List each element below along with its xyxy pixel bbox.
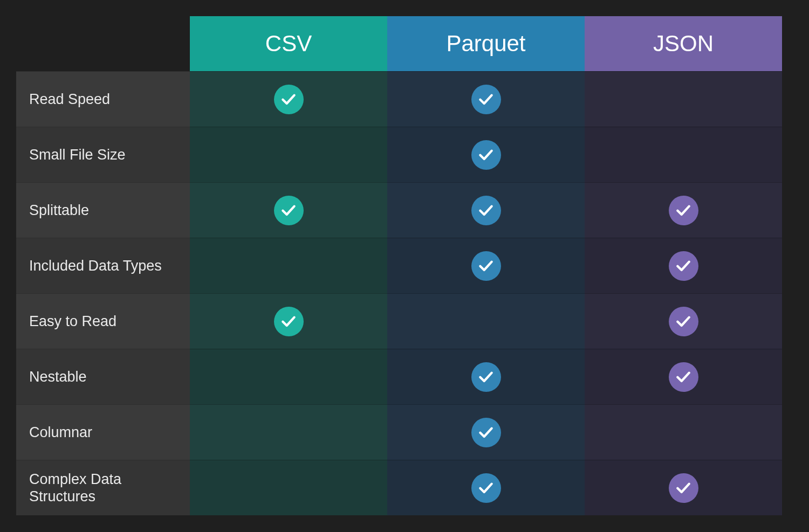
column-header-label: CSV xyxy=(265,31,312,57)
checkmark-icon xyxy=(274,196,304,225)
checkmark-icon xyxy=(471,473,501,503)
comparison-table: CSV Parquet JSON Read SpeedSmall File Si… xyxy=(16,16,782,515)
column-header-json: JSON xyxy=(585,16,782,71)
table-cell xyxy=(387,71,585,127)
checkmark-icon xyxy=(669,473,698,503)
checkmark-icon xyxy=(471,140,501,170)
table-cell xyxy=(387,349,585,404)
table-cell xyxy=(190,238,387,293)
row-label-text: Easy to Read xyxy=(29,313,116,330)
row-label-text: Small File Size xyxy=(29,146,126,163)
column-header-parquet: Parquet xyxy=(387,16,585,71)
table-cell xyxy=(585,238,782,293)
table-cell xyxy=(387,404,585,460)
checkmark-icon xyxy=(274,85,304,114)
table-cell xyxy=(190,293,387,349)
row-label: Included Data Types xyxy=(16,238,190,293)
table-cell xyxy=(190,182,387,238)
column-header-label: JSON xyxy=(653,31,714,57)
row-label-text: Included Data Types xyxy=(29,257,162,274)
table-cell xyxy=(387,182,585,238)
checkmark-icon xyxy=(669,196,698,225)
table-cell xyxy=(190,127,387,182)
row-label-text: Columnar xyxy=(29,424,92,441)
table-cell xyxy=(585,127,782,182)
table-cell xyxy=(190,349,387,404)
column-header-label: Parquet xyxy=(446,31,525,57)
row-label-text: Nestable xyxy=(29,368,87,385)
row-label-text: Complex Data Structures xyxy=(29,471,190,506)
row-label-text: Read Speed xyxy=(29,91,110,108)
table-cell xyxy=(585,460,782,515)
checkmark-icon xyxy=(471,196,501,225)
table-cell xyxy=(387,238,585,293)
checkmark-icon xyxy=(471,362,501,392)
column-header-csv: CSV xyxy=(190,16,387,71)
checkmark-icon xyxy=(471,251,501,281)
table-cell xyxy=(585,293,782,349)
checkmark-icon xyxy=(669,362,698,392)
table-cell xyxy=(585,71,782,127)
row-label: Small File Size xyxy=(16,127,190,182)
row-label: Nestable xyxy=(16,349,190,404)
table-cell xyxy=(387,293,585,349)
checkmark-icon xyxy=(471,418,501,447)
table-cell xyxy=(190,71,387,127)
row-label: Read Speed xyxy=(16,71,190,127)
row-label: Columnar xyxy=(16,404,190,460)
checkmark-icon xyxy=(669,251,698,281)
checkmark-icon xyxy=(669,307,698,336)
row-label: Splittable xyxy=(16,182,190,238)
table-cell xyxy=(190,404,387,460)
checkmark-icon xyxy=(274,307,304,336)
row-label: Complex Data Structures xyxy=(16,460,190,515)
table-cell xyxy=(585,404,782,460)
table-cell xyxy=(387,127,585,182)
table-cell xyxy=(585,182,782,238)
checkmark-icon xyxy=(471,85,501,114)
row-label-text: Splittable xyxy=(29,202,89,219)
row-label: Easy to Read xyxy=(16,293,190,349)
table-cell xyxy=(387,460,585,515)
table-corner xyxy=(16,16,190,71)
table-cell xyxy=(585,349,782,404)
table-cell xyxy=(190,460,387,515)
